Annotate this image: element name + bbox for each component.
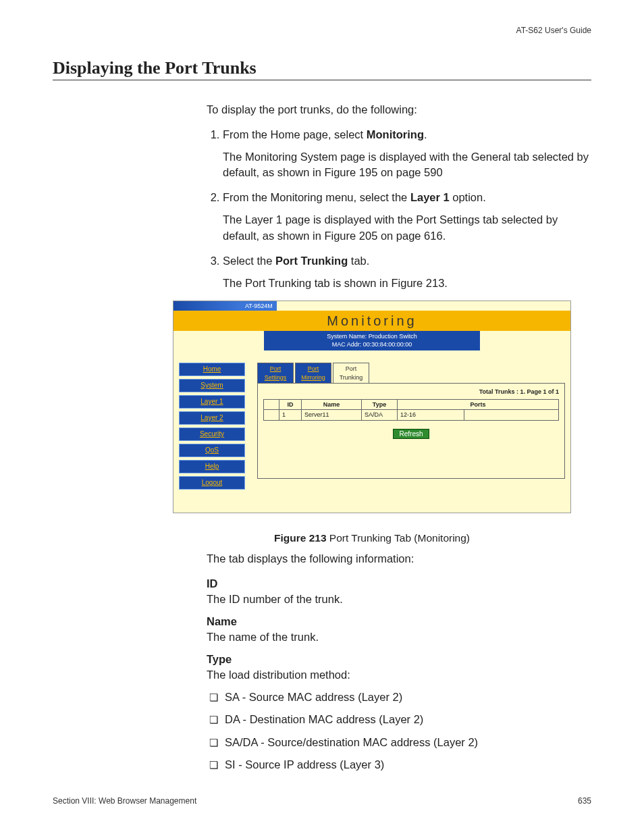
figure-213: AT-9524M Monitoring System Name: Product… — [173, 301, 571, 546]
sidebar-item-system[interactable]: System — [179, 379, 245, 392]
page-title: Displaying the Port Trunks — [53, 58, 591, 80]
tab-port-trunking[interactable]: PortTrunking — [333, 363, 369, 383]
step-3-followup: The Port Trunking tab is shown in Figure… — [223, 276, 591, 291]
after-figure-text: The tab displays the following informati… — [207, 551, 591, 567]
footer-section: Section VIII: Web Browser Management — [53, 796, 196, 806]
figure-heading: Monitoring — [173, 311, 570, 331]
sidebar-item-qos[interactable]: QoS — [179, 444, 245, 457]
refresh-button[interactable]: Refresh — [393, 429, 429, 439]
step-2-followup: The Layer 1 page is displayed with the P… — [223, 212, 591, 243]
tab-port-settings[interactable]: PortSettings — [257, 363, 294, 383]
sidebar-item-layer1[interactable]: Layer 1 — [179, 395, 245, 409]
sidebar-item-logout[interactable]: Logout — [179, 476, 245, 490]
sidebar-item-help[interactable]: Help — [179, 460, 245, 473]
figure-sidebar: Home System Layer 1 Layer 2 Security QoS… — [179, 363, 245, 492]
header-guide-name: AT-S62 User's Guide — [53, 26, 591, 35]
definition-type: Type The load distribution method: — [207, 652, 591, 683]
figure-total-trunks: Total Trunks : 1. Page 1 of 1 — [263, 388, 559, 396]
sidebar-item-layer2[interactable]: Layer 2 — [179, 411, 245, 425]
figure-caption: Figure 213 Port Trunking Tab (Monitoring… — [173, 531, 571, 546]
list-item: SA/DA - Source/destination MAC address (… — [209, 735, 591, 750]
step-2: From the Monitoring menu, select the Lay… — [223, 190, 591, 243]
list-item: SA - Source MAC address (Layer 2) — [209, 689, 591, 705]
list-item: SI - Source IP address (Layer 3) — [209, 757, 591, 773]
step-3: Select the Port Trunking tab. The Port T… — [223, 253, 591, 291]
tab-port-mirroring[interactable]: PortMirroring — [295, 363, 331, 383]
list-item: DA - Destination MAC address (Layer 2) — [209, 712, 591, 727]
table-row: 1 Server11 SA/DA 12-16 — [264, 410, 559, 421]
footer-page-number: 635 — [578, 796, 591, 806]
type-options-list: SA - Source MAC address (Layer 2) DA - D… — [207, 689, 591, 772]
step-1-followup: The Monitoring System page is displayed … — [223, 149, 591, 180]
figure-trunk-table: ID Name Type Ports 1 Server11 SA/DA — [263, 399, 559, 421]
figure-sysinfo: System Name: Production Switch MAC Addr:… — [264, 331, 480, 350]
figure-device-name: AT-9524M — [241, 301, 277, 311]
sidebar-item-home[interactable]: Home — [179, 363, 245, 376]
definition-name: Name The name of the trunk. — [207, 614, 591, 645]
intro-text: To display the port trunks, do the follo… — [207, 102, 591, 118]
definition-id: ID The ID number of the trunk. — [207, 576, 591, 607]
sidebar-item-security[interactable]: Security — [179, 427, 245, 441]
step-1: From the Home page, select Monitoring. T… — [223, 127, 591, 180]
